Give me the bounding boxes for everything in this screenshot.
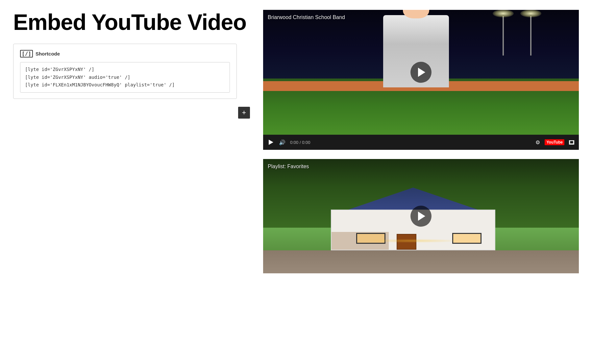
video-1-volume[interactable]: 🔊 [279, 139, 285, 146]
video-2-title: Playlist: Favorites [268, 164, 309, 170]
left-panel: Embed YouTube Video [/] Shortcode [lyte … [13, 10, 250, 273]
play-triangle-2-icon [418, 212, 425, 221]
shortcode-icon: [/] [20, 50, 33, 57]
video-1-fullscreen[interactable] [569, 140, 574, 145]
play-ctrl-icon [269, 140, 273, 145]
video-thumbnail-1: R Briarwood Christian School Band [263, 10, 579, 135]
shortcode-label: Shortcode [36, 51, 60, 57]
light-glow-1 [493, 10, 514, 17]
video-1-controls: 🔊 0:00 / 0:00 ⚙ YouTube [263, 135, 579, 150]
video-section-2: Playlist: Favorites [263, 159, 579, 273]
play-triangle-icon [418, 68, 425, 77]
page-title: Embed YouTube Video [13, 10, 250, 34]
video-1-time: 0:00 / 0:00 [290, 140, 310, 145]
person-head: R [403, 10, 429, 18]
video-section-1: R Briarwood Christian School Band 🔊 [263, 10, 579, 150]
video-thumbnail-2: Playlist: Favorites [263, 159, 579, 273]
shortcode-block: [/] Shortcode [lyte id='ZGvrXSPYxNY' /] … [13, 44, 237, 99]
light-pole-1 [503, 16, 504, 56]
video-1-play-button[interactable] [410, 62, 432, 83]
video-1-title: Briarwood Christian School Band [268, 14, 345, 20]
youtube-logo: YouTube [545, 139, 564, 145]
stadium-lights [503, 16, 531, 56]
right-panel: R Briarwood Christian School Band 🔊 [263, 10, 579, 273]
add-button[interactable]: + [238, 107, 250, 119]
house-lights-glow [364, 239, 462, 243]
light-pole-2 [530, 16, 531, 56]
svg-rect-0 [570, 141, 573, 144]
video-1-settings[interactable]: ⚙ [535, 139, 540, 146]
light-glow-2 [520, 10, 541, 17]
video-2-play-button[interactable] [410, 206, 432, 227]
video-1-play-ctrl[interactable] [268, 139, 274, 146]
shortcode-header: [/] Shortcode [20, 50, 230, 57]
shortcode-code-area[interactable]: [lyte id='ZGvrXSPYxNY' /] [lyte id='ZGvr… [20, 62, 230, 93]
gravel-path [263, 250, 579, 273]
